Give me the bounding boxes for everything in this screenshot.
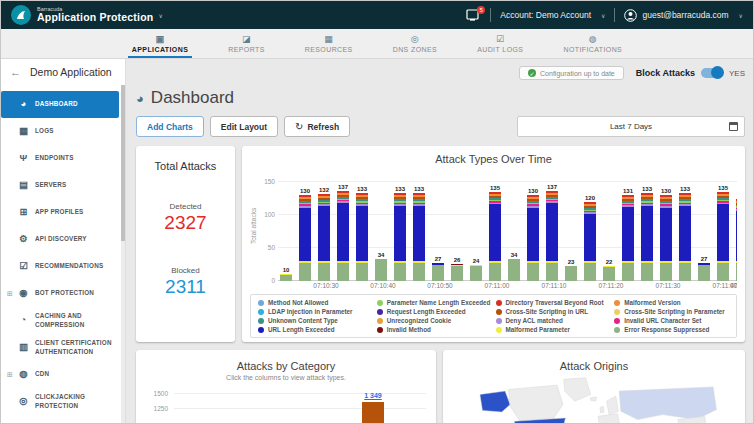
sidebar-item-logs[interactable]: ▦LOGS [1, 118, 125, 145]
total-attacks-title: Total Attacks [141, 160, 230, 172]
legend-item-malformed-parameter[interactable]: Malformed Parameter [496, 326, 611, 333]
stacked-bar-18: 131 [622, 195, 634, 281]
sidebar-item-label: RECOMMENDATIONS [35, 262, 119, 270]
charts-row-1: Total Attacks Detected 2327 Blocked 2311… [136, 146, 745, 342]
legend-item-unknown-content-type[interactable]: Unknown Content Type [258, 317, 373, 324]
expand-plus-icon[interactable]: ⊞ [7, 289, 16, 298]
legend-label: Malformed Parameter [506, 326, 570, 333]
sidebar-item-bot-protection[interactable]: ⊞◉BOT PROTECTION [1, 280, 125, 307]
tab-dns-zones[interactable]: ◎DNS ZONES [391, 29, 439, 58]
sidebar-item-servers[interactable]: ▤SERVERS [1, 172, 125, 199]
legend-item-ldap-injection-in-parameter[interactable]: LDAP Injection in Parameter [258, 308, 373, 315]
reports-icon: ◪ [242, 35, 251, 44]
expand-plus-icon[interactable]: ⊞ [7, 370, 16, 379]
sidebar-item-client-certification-authentication[interactable]: ▥CLIENT CERTIFICATION AUTHENTICATION [1, 334, 125, 361]
stacked-bar-2: 132 [318, 194, 330, 281]
sidebar-item-clickjacking-protection[interactable]: ◎CLICKJACKING PROTECTION [1, 388, 125, 415]
gear-icon: ⚙ [16, 233, 31, 245]
bar-segment-blue [489, 204, 501, 261]
tab-label: DNS ZONES [393, 46, 437, 53]
stacked-bar-22: 27 [698, 263, 710, 281]
sidebar-item-caching-and-compression[interactable]: ◔CACHING AND COMPRESSION [1, 307, 125, 334]
legend-item-directory-traversal-beyond-root[interactable]: Directory Traversal Beyond Root [496, 299, 611, 306]
servers-icon: ▤ [16, 179, 31, 191]
sidebar-item-cdn[interactable]: ⊞◍CDN [1, 361, 125, 388]
legend-item-deny-acl-matched[interactable]: Deny ACL matched [496, 317, 611, 324]
bar-segment-blue [546, 203, 558, 261]
legend-dot [614, 327, 620, 333]
announcements-icon[interactable]: 5 [466, 9, 481, 22]
account-chevron-down-icon: ∨ [601, 12, 605, 19]
refresh-button[interactable]: ↻Refresh [284, 116, 350, 137]
brand-chevron-down-icon[interactable]: ∨ [158, 12, 162, 19]
legend-item-unrecognized-cookie[interactable]: Unrecognized Cookie [377, 317, 492, 324]
user-chevron-down-icon: ∨ [739, 12, 743, 19]
back-arrow-icon[interactable]: ← [10, 66, 21, 78]
map-russia [619, 387, 716, 420]
legend-item-cross-site-scripting-in-parameter[interactable]: Cross-Site Scripting in Parameter [614, 308, 729, 315]
bar-segment-green [318, 263, 330, 281]
legend-item-invalid-url-character-set[interactable]: Invalid URL Character Set [614, 317, 729, 324]
tab-applications[interactable]: ▣APPLICATIONS [130, 29, 190, 58]
bar-stack [584, 202, 596, 281]
legend-label: Method Not Allowed [268, 299, 328, 306]
sidebar-scrollbar-thumb[interactable] [121, 85, 125, 241]
legend-dot [496, 327, 502, 333]
y-tick-150: 150 [264, 178, 275, 185]
plot-area: 1013013213713334133133272624135341301372… [278, 171, 737, 281]
sidebar-item-cookie-security[interactable]: ◌COOKIE SECURITY [1, 415, 125, 424]
add-charts-button[interactable]: Add Charts [136, 116, 204, 137]
tab-resources[interactable]: ▦RESOURCES [303, 29, 355, 58]
config-status-text: Configuration up to date [540, 70, 615, 77]
blocked-value: 2311 [141, 276, 230, 298]
cdn-globe-icon: ◍ [16, 368, 31, 380]
edit-layout-button[interactable]: Edit Layout [210, 116, 278, 137]
tab-label: REPORTS [228, 46, 265, 53]
legend-item-url-length-exceeded[interactable]: URL Length Exceeded [258, 326, 373, 333]
legend-dot [258, 318, 264, 324]
bar-total-label: 10 [283, 267, 290, 273]
divider [614, 8, 615, 22]
sidebar-item-app-profiles[interactable]: ⊞APP PROFILES [1, 199, 125, 226]
user-menu[interactable]: guest@barracuda.com ∨ [624, 9, 743, 22]
bar-total-label: 135 [718, 185, 728, 191]
attack-types-over-time-card: Attack Types Over Time Total attacks 050… [242, 146, 745, 342]
legend-item-request-length-exceeded[interactable]: Request Length Exceeded [377, 308, 492, 315]
date-range-select[interactable]: Last 7 Days [517, 116, 745, 137]
legend-dot [377, 318, 383, 324]
legend-item-invalid-method[interactable]: Invalid Method [377, 326, 492, 333]
app-back-row[interactable]: ← Demo Application [1, 59, 125, 84]
legend-item-parameter-name-length-exceeded[interactable]: Parameter Name Length Exceeded [377, 299, 492, 306]
tab-audit-logs[interactable]: ☑AUDIT LOGS [475, 29, 525, 58]
toggle-knob[interactable] [711, 66, 724, 79]
tab-reports[interactable]: ◪REPORTS [226, 29, 267, 58]
endpoints-icon: Ψ [16, 152, 31, 164]
account-menu[interactable]: Account: Demo Account ∨ [500, 10, 605, 20]
legend-item-malformed-version[interactable]: Malformed Version [614, 299, 729, 306]
bar-segment-blue [679, 206, 691, 261]
tab-notifications[interactable]: ◍NOTIFICATIONS [561, 29, 624, 58]
legend-label: Request Length Exceeded [387, 308, 466, 315]
legend-item-cross-site-scripting-in-url[interactable]: Cross-Site Scripting in URL [496, 308, 611, 315]
sidebar-item-api-discovery[interactable]: ⚙API DISCOVERY [1, 226, 125, 253]
stacked-bar-3: 137 [337, 191, 349, 281]
brand-title: Application Protection [37, 12, 153, 23]
sidebar-item-dashboard[interactable]: ◕DASHBOARD [1, 91, 119, 118]
legend-item-method-not-allowed[interactable]: Method Not Allowed [258, 299, 373, 306]
category-bar-value-link[interactable]: 1 349 [364, 392, 382, 399]
page-title-row: ◕ Dashboard [136, 88, 745, 108]
legend-item-error-response-suppressed[interactable]: Error Response Suppressed [614, 326, 729, 333]
sidebar-item-endpoints[interactable]: ΨENDPOINTS [1, 145, 125, 172]
sidebar-scrollbar[interactable] [121, 85, 125, 424]
block-attacks-toggle[interactable] [701, 68, 723, 78]
bar-segment-blue [660, 208, 672, 261]
sidebar-item-recommendations[interactable]: ☑RECOMMENDATIONS [1, 253, 125, 280]
bar-total-label: 27 [435, 256, 442, 262]
legend-dot [614, 309, 620, 315]
stacked-bar-0: 10 [280, 274, 292, 281]
stacked-bar-16: 120 [584, 202, 596, 281]
bar-segment-green [375, 259, 387, 281]
divider [490, 8, 491, 22]
category-bar[interactable] [362, 402, 384, 424]
legend-dot [377, 300, 383, 306]
